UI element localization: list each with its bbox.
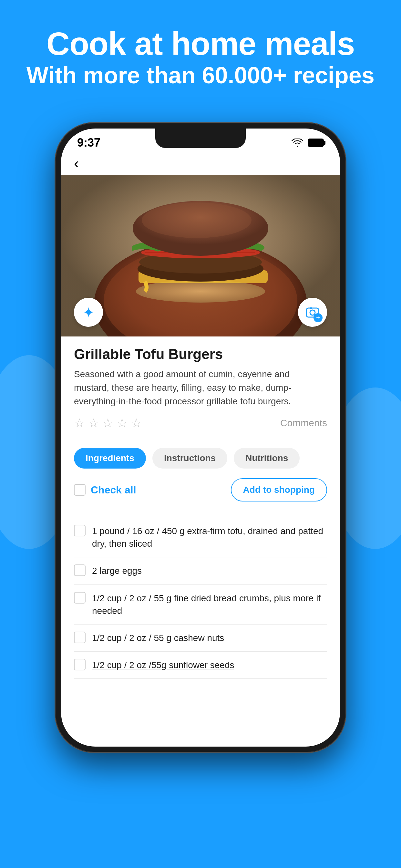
- star-4[interactable]: ☆: [117, 416, 127, 430]
- check-all-label[interactable]: Check all: [91, 484, 136, 496]
- ingredient-item: 1/2 cup / 2 oz / 55 g fine dried bread c…: [74, 585, 327, 624]
- ingredient-item: 2 large eggs: [74, 557, 327, 585]
- tabs-row: Ingredients Instructions Nutritions: [74, 448, 327, 469]
- tab-nutritions[interactable]: Nutritions: [234, 448, 300, 469]
- star-1[interactable]: ☆: [74, 416, 85, 430]
- star-5[interactable]: ☆: [131, 416, 142, 430]
- star-rating[interactable]: ☆ ☆ ☆ ☆ ☆: [74, 416, 142, 430]
- check-all-checkbox[interactable]: [74, 484, 86, 496]
- phone-outer-frame: 9:37 ‹: [55, 123, 346, 752]
- svg-point-13: [310, 310, 315, 315]
- svg-rect-14: [310, 307, 312, 309]
- bottom-bar: [0, 803, 401, 868]
- nav-bar: ‹: [61, 151, 340, 175]
- ingredient-list: 1 pound / 16 oz / 450 g extra-firm tofu,…: [74, 518, 327, 679]
- rating-row: ☆ ☆ ☆ ☆ ☆ Comments: [74, 416, 327, 438]
- ingredient-item: 1 pound / 16 oz / 450 g extra-firm tofu,…: [74, 518, 327, 557]
- ingredient-checkbox-1[interactable]: [74, 525, 86, 536]
- status-icons: [291, 138, 324, 147]
- action-row: Check all Add to shopping: [74, 478, 327, 508]
- recipe-image: ✦ +: [61, 175, 340, 337]
- ingredient-text-5: 1/2 cup / 2 oz /55g sunflower seeds: [92, 659, 327, 671]
- back-button[interactable]: ‹: [74, 154, 79, 172]
- ingredient-text-4: 1/2 cup / 2 oz / 55 g cashew nuts: [92, 631, 327, 644]
- add-plus-icon: +: [313, 313, 322, 322]
- add-recipe-button[interactable]: +: [298, 298, 327, 327]
- phone-notch: [155, 128, 246, 148]
- header-title: Cook at home meals: [0, 26, 401, 61]
- ingredient-checkbox-2[interactable]: [74, 564, 86, 576]
- ingredient-text-3: 1/2 cup / 2 oz / 55 g fine dried bread c…: [92, 592, 327, 617]
- ingredient-item: 1/2 cup / 2 oz /55g sunflower seeds: [74, 652, 327, 679]
- phone-mockup: 9:37 ‹: [55, 123, 346, 752]
- ingredient-checkbox-3[interactable]: [74, 592, 86, 603]
- recipe-title: Grillable Tofu Burgers: [74, 346, 327, 362]
- header-subtitle: With more than 60.000+ recipes: [0, 61, 401, 89]
- battery-icon: [308, 138, 324, 147]
- star-3[interactable]: ☆: [102, 416, 113, 430]
- ingredient-text-1: 1 pound / 16 oz / 450 g extra-firm tofu,…: [92, 525, 327, 550]
- image-overlay: ✦ +: [74, 298, 327, 327]
- add-to-shopping-button[interactable]: Add to shopping: [231, 478, 327, 501]
- check-all-group: Check all: [74, 484, 136, 496]
- svg-point-11: [142, 203, 251, 238]
- comments-link[interactable]: Comments: [280, 417, 327, 429]
- tab-ingredients[interactable]: Ingredients: [74, 448, 146, 469]
- wifi-icon: [291, 138, 303, 147]
- content-area: Grillable Tofu Burgers Seasoned with a g…: [61, 337, 340, 688]
- recipe-description: Seasoned with a good amount of cumin, ca…: [74, 368, 327, 408]
- status-time: 9:37: [77, 136, 100, 150]
- favorite-icon: ✦: [83, 304, 95, 321]
- phone-screen: 9:37 ‹: [61, 128, 340, 747]
- ingredient-item: 1/2 cup / 2 oz / 55 g cashew nuts: [74, 624, 327, 652]
- star-2[interactable]: ☆: [88, 416, 99, 430]
- ingredient-checkbox-5[interactable]: [74, 659, 86, 671]
- ingredient-checkbox-4[interactable]: [74, 631, 86, 643]
- header-section: Cook at home meals With more than 60.000…: [0, 26, 401, 89]
- favorite-button[interactable]: ✦: [74, 298, 103, 327]
- ingredient-text-2: 2 large eggs: [92, 564, 327, 577]
- tab-instructions[interactable]: Instructions: [152, 448, 227, 469]
